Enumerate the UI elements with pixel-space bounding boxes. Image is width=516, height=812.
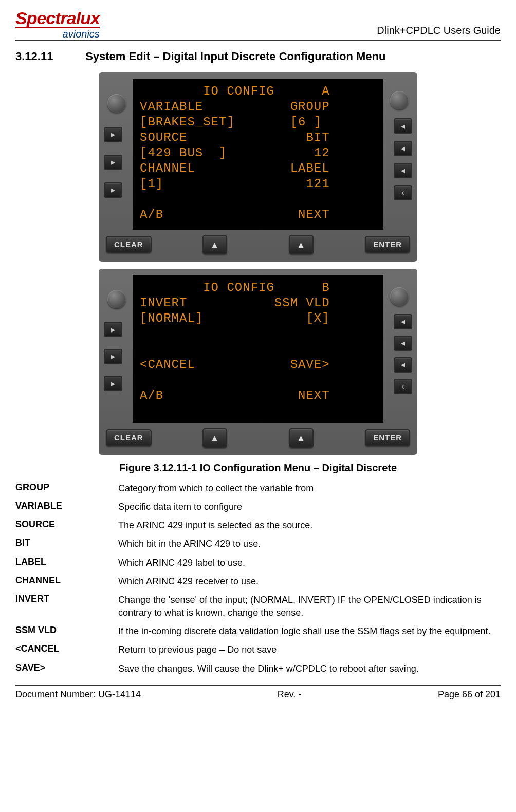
definition-desc: Change the 'sense' of the input; (NORMAL… — [118, 594, 501, 619]
lsk-right-2[interactable]: ◂ — [394, 141, 412, 156]
right-button-column: ◂ ◂ ◂ ‹ — [386, 79, 412, 230]
lsk-left-3[interactable]: ▸ — [104, 182, 122, 198]
definition-row: LABEL Which ARINC 429 label to use. — [15, 557, 501, 569]
page-footer: Document Number: UG-14114 Rev. - Page 66… — [15, 685, 501, 700]
mcdu-screen-b: IO CONFIG B INVERT SSM VLD [NORMAL] [X] … — [133, 275, 383, 423]
left-button-column: ▸ ▸ ▸ — [104, 79, 130, 230]
lsk-right-3[interactable]: ◂ — [394, 163, 412, 178]
definition-desc: Which ARINC 429 label to use. — [118, 557, 501, 569]
definition-desc: Specific data item to configure — [118, 501, 501, 513]
up-button-1[interactable]: ▴ — [202, 428, 227, 448]
lsk-left-2[interactable]: ▸ — [104, 155, 122, 170]
enter-button[interactable]: ENTER — [365, 429, 410, 446]
page-header: Spectralux avionics Dlink+CPDLC Users Gu… — [15, 10, 501, 41]
definition-desc: Which ARINC 429 receiver to use. — [118, 575, 501, 587]
definition-term: <CANCEL — [15, 643, 118, 656]
definition-row: <CANCEL Return to previous page – Do not… — [15, 643, 501, 656]
lsk-left-3[interactable]: ▸ — [104, 376, 122, 391]
lsk-left-1[interactable]: ▸ — [104, 322, 122, 337]
lsk-right-3[interactable]: ◂ — [394, 357, 412, 373]
definition-term: INVERT — [15, 594, 118, 619]
definition-list: GROUP Category from which to collect the… — [15, 482, 501, 675]
lsk-right-1[interactable]: ◂ — [394, 118, 412, 134]
right-button-column: ◂ ◂ ◂ ‹ — [386, 275, 412, 423]
definition-desc: Which bit in the ARINC 429 to use. — [118, 538, 501, 550]
definition-desc: Category from which to collect the varia… — [118, 482, 501, 494]
up-button-2[interactable]: ▴ — [289, 428, 314, 448]
lsk-back[interactable]: ‹ — [394, 185, 412, 200]
definition-term: LABEL — [15, 557, 118, 569]
definition-row: BIT Which bit in the ARINC 429 to use. — [15, 538, 501, 550]
section-heading: 3.12.11 System Edit – Digital Input Disc… — [15, 50, 501, 63]
document-title: Dlink+CPDLC Users Guide — [377, 25, 501, 39]
knob-icon[interactable] — [107, 94, 126, 113]
definition-desc: Return to previous page – Do not save — [118, 643, 501, 656]
footer-doc-number: Document Number: UG-14114 — [15, 689, 141, 700]
definition-row: GROUP Category from which to collect the… — [15, 482, 501, 494]
definition-row: SSM VLD If the in-coming discrete data v… — [15, 625, 501, 637]
mcdu-screen-a: IO CONFIG A VARIABLE GROUP [BRAKES_SET] … — [133, 79, 383, 230]
definition-term: CHANNEL — [15, 575, 118, 587]
definition-term: VARIABLE — [15, 501, 118, 513]
footer-rev: Rev. - — [278, 689, 302, 700]
lsk-left-2[interactable]: ▸ — [104, 349, 122, 364]
definition-desc: Save the changes. Will cause the Dlink+ … — [118, 662, 501, 675]
definition-desc: The ARINC 429 input is selected as the s… — [118, 519, 501, 531]
left-button-column: ▸ ▸ ▸ — [104, 275, 130, 423]
lsk-left-1[interactable]: ▸ — [104, 127, 122, 142]
up-button-2[interactable]: ▴ — [289, 235, 314, 254]
section-title: System Edit – Digital Input Discrete Con… — [85, 50, 385, 63]
lsk-right-2[interactable]: ◂ — [394, 336, 412, 351]
enter-button[interactable]: ENTER — [365, 236, 410, 253]
definition-row: INVERT Change the 'sense' of the input; … — [15, 594, 501, 619]
knob-icon[interactable] — [107, 290, 126, 308]
knob-icon[interactable] — [390, 91, 409, 109]
definition-term: SOURCE — [15, 519, 118, 531]
definition-term: BIT — [15, 538, 118, 550]
section-number: 3.12.11 — [15, 50, 82, 63]
footer-page: Page 66 of 201 — [438, 689, 501, 700]
lsk-back[interactable]: ‹ — [394, 379, 412, 394]
mcdu-panel-b: ▸ ▸ ▸ IO CONFIG B INVERT SSM VLD [NORMAL… — [99, 269, 417, 455]
logo-sub: avionics — [15, 27, 100, 39]
definition-term: SAVE> — [15, 662, 118, 675]
definition-row: SAVE> Save the changes. Will cause the D… — [15, 662, 501, 675]
clear-button[interactable]: CLEAR — [106, 236, 152, 253]
definition-term: SSM VLD — [15, 625, 118, 637]
logo: Spectralux avionics — [15, 10, 100, 39]
mcdu-panel-a: ▸ ▸ ▸ IO CONFIG A VARIABLE GROUP [BRAKES… — [99, 72, 417, 262]
knob-icon[interactable] — [390, 287, 409, 306]
definition-row: CHANNEL Which ARINC 429 receiver to use. — [15, 575, 501, 587]
definition-term: GROUP — [15, 482, 118, 494]
clear-button[interactable]: CLEAR — [106, 429, 152, 446]
definition-row: VARIABLE Specific data item to configure — [15, 501, 501, 513]
definition-row: SOURCE The ARINC 429 input is selected a… — [15, 519, 501, 531]
up-button-1[interactable]: ▴ — [202, 235, 227, 254]
logo-main: Spectralux — [15, 10, 100, 26]
definition-desc: If the in-coming discrete data validatio… — [118, 625, 501, 637]
lsk-right-1[interactable]: ◂ — [394, 314, 412, 329]
figure-caption: Figure 3.12.11-1 IO Configuration Menu –… — [15, 462, 501, 474]
